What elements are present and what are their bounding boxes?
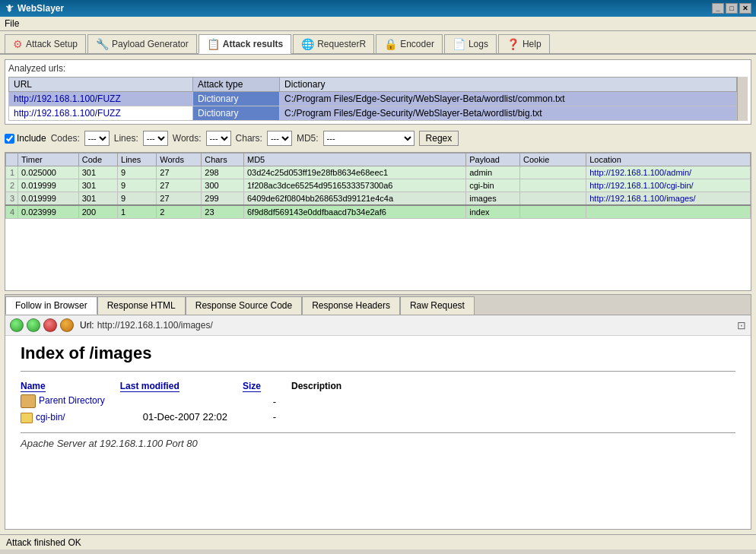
logs-icon: 📄: [453, 38, 465, 50]
modified-link[interactable]: Last modified: [120, 381, 179, 392]
size-link[interactable]: Size: [243, 381, 261, 392]
tl-green-button[interactable]: [10, 318, 24, 332]
row-num: 1: [6, 166, 18, 179]
results-row[interactable]: 3 0.019999 301 9 27 299 6409de62f0804bb2…: [6, 192, 751, 206]
analyzed-label: Analyzed urls:: [8, 63, 748, 74]
tab-encoder-label: Encoder: [400, 39, 434, 49]
tab-help-label: Help: [523, 39, 542, 49]
row-num: 3: [6, 192, 18, 206]
dir-modified: [120, 393, 243, 410]
maximize-button[interactable]: □: [726, 3, 738, 14]
tab-response-html[interactable]: Response HTML: [97, 296, 186, 315]
tl-green2-button[interactable]: [27, 318, 40, 332]
tab-attack-setup[interactable]: ⚙ Attack Setup: [5, 34, 86, 53]
col-modified: Last modified: [120, 379, 243, 393]
include-checkbox-label[interactable]: Include: [5, 133, 46, 144]
lines-cell: 9: [118, 192, 157, 206]
lines-select[interactable]: ---: [143, 131, 168, 146]
tab-response-source[interactable]: Response Source Code: [186, 296, 302, 315]
location-cell: http://192.168.1.100/admin/: [586, 166, 751, 179]
tab-payload-generator[interactable]: 🔧 Payload Generator: [87, 34, 197, 53]
results-col-0: [6, 154, 18, 166]
code-cell: 301: [78, 192, 117, 206]
results-col-7: Payload: [466, 154, 520, 166]
results-table: TimerCodeLinesWordsCharsMD5PayloadCookie…: [5, 153, 751, 219]
words-cell: 27: [157, 179, 202, 192]
results-row[interactable]: 1 0.025000 301 9 27 298 03d24c25d053ff19…: [6, 166, 751, 179]
code-cell: 301: [78, 166, 117, 179]
include-checkbox[interactable]: [5, 134, 14, 144]
regex-button[interactable]: Regex: [419, 131, 459, 146]
close-button[interactable]: ✕: [739, 3, 751, 14]
timer-cell: 0.025000: [18, 166, 79, 179]
words-select[interactable]: ---: [206, 131, 231, 146]
lines-cell: 9: [118, 166, 157, 179]
url-scrollbar[interactable]: [737, 77, 748, 121]
name-link[interactable]: Name: [21, 381, 46, 392]
lines-cell: 1: [118, 205, 157, 219]
words-cell: 2: [157, 205, 202, 219]
dir-name: cgi-bin/: [21, 410, 120, 425]
filter-bar: Include Codes: --- Lines: --- Words: ---…: [5, 128, 751, 149]
type-cell: Dictionary: [193, 92, 280, 106]
row-num: 2: [6, 179, 18, 192]
results-col-2: Code: [78, 154, 117, 166]
dir-table-row: cgi-bin/ 01-Dec-2007 22:02 -: [21, 410, 372, 425]
tab-encoder[interactable]: 🔒 Encoder: [376, 34, 443, 53]
bottom-tab-bar: Follow in Browser Response HTML Response…: [5, 295, 751, 315]
tab-attack-results[interactable]: 📋 Attack results: [199, 34, 291, 54]
timer-cell: 0.019999: [18, 192, 79, 206]
words-label: Words:: [173, 133, 202, 144]
tab-follow-browser[interactable]: Follow in Browser: [5, 296, 97, 315]
requester-icon: 🌐: [301, 38, 314, 50]
maximize-icon[interactable]: ⊡: [737, 319, 746, 331]
cookie-cell: [520, 179, 586, 192]
attack-results-icon: 📋: [207, 38, 220, 50]
url-value: http://192.168.1.100/images/: [97, 320, 213, 331]
title-bar-left: 🗡 WebSlayer: [5, 3, 64, 14]
minimize-button[interactable]: _: [712, 3, 724, 14]
md5-label: MD5:: [297, 133, 319, 144]
dir-link[interactable]: cgi-bin/: [36, 412, 65, 423]
dict-col-header: Dictionary: [280, 78, 737, 92]
url-cell: http://192.168.1.100/FUZZ: [9, 92, 193, 106]
url-table-row[interactable]: http://192.168.1.100/FUZZ Dictionary C:/…: [9, 106, 737, 121]
menu-file[interactable]: File: [5, 18, 19, 29]
chars-cell: 299: [202, 192, 244, 206]
tab-logs[interactable]: 📄 Logs: [444, 34, 497, 53]
analyzed-urls-section: Analyzed urls: URL Attack type Dictionar…: [5, 59, 751, 125]
app-title: WebSlayer: [17, 3, 64, 14]
include-label: Include: [17, 133, 46, 144]
tab-requester[interactable]: 🌐 RequesterR: [293, 34, 374, 53]
payload-generator-icon: 🔧: [96, 38, 109, 50]
md5-select[interactable]: ---: [323, 131, 415, 146]
tab-raw-request[interactable]: Raw Request: [400, 296, 475, 315]
codes-select[interactable]: ---: [84, 131, 110, 146]
type-cell: Dictionary: [193, 106, 280, 121]
md5-cell: 03d24c25d053ff19e28fb8634e68eec1: [244, 166, 466, 179]
dir-name: Parent Directory: [21, 393, 120, 410]
tab-response-headers[interactable]: Response Headers: [302, 296, 400, 315]
url-table-row[interactable]: http://192.168.1.100/FUZZ Dictionary C:/…: [9, 92, 737, 106]
type-col-header: Attack type: [193, 78, 280, 92]
tab-attack-setup-label: Attack Setup: [26, 39, 78, 49]
dir-table-row: Parent Directory -: [21, 393, 372, 410]
results-row[interactable]: 4 0.023999 200 1 2 23 6f9d8df569143e0ddf…: [6, 205, 751, 219]
tab-logs-label: Logs: [469, 39, 488, 49]
words-cell: 27: [157, 166, 202, 179]
dir-link[interactable]: Parent Directory: [39, 395, 105, 406]
url-table-content: URL Attack type Dictionary http://192.16…: [8, 77, 737, 121]
tl-red-button[interactable]: [43, 318, 57, 332]
chars-select[interactable]: ---: [267, 131, 292, 146]
results-col-6: MD5: [244, 154, 466, 166]
title-bar: 🗡 WebSlayer _ □ ✕: [0, 0, 756, 17]
tab-help[interactable]: ❓ Help: [498, 34, 550, 53]
results-col-3: Lines: [118, 154, 157, 166]
url-table-wrapper: URL Attack type Dictionary http://192.16…: [8, 77, 748, 121]
tab-payload-generator-label: Payload Generator: [112, 39, 189, 49]
results-col-5: Chars: [202, 154, 244, 166]
lines-label: Lines:: [114, 133, 138, 144]
results-row[interactable]: 2 0.019999 301 9 27 300 1f208ac3dce65254…: [6, 179, 751, 192]
payload-cell: index: [466, 205, 520, 219]
tl-orange-button[interactable]: [60, 318, 74, 332]
